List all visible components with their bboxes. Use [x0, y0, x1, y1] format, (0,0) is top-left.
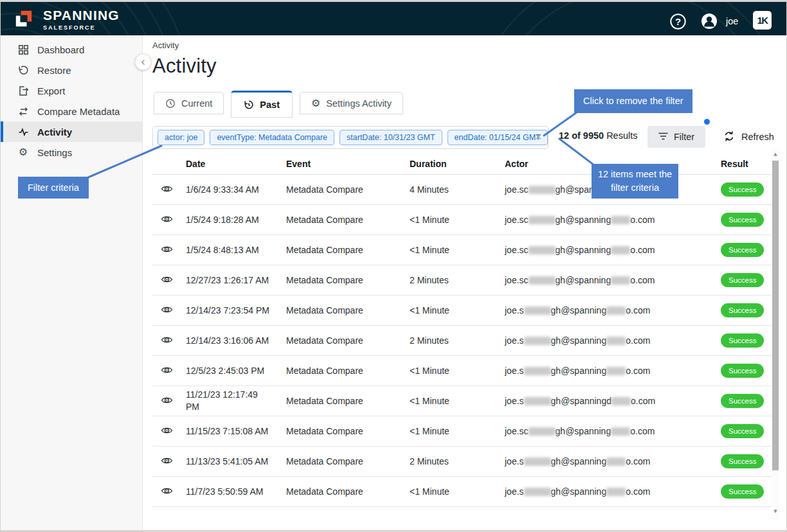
- sidebar-item-export[interactable]: Export: [1, 80, 142, 101]
- status-badge: Success: [721, 424, 764, 438]
- cell-duration: 2 Minutes: [404, 335, 500, 346]
- tab-current[interactable]: Current: [154, 92, 224, 114]
- filter-chip[interactable]: eventType: Metadata Compare: [210, 130, 334, 145]
- cell-view: [152, 305, 181, 316]
- view-details-eye-icon[interactable]: [161, 245, 173, 254]
- cell-event: Metadata Compare: [281, 245, 404, 255]
- tab-label: Past: [260, 100, 280, 110]
- activity-table: Date Event Duration Actor Result 1/6/24 …: [152, 153, 772, 507]
- filter-chip[interactable]: actor: joe: [158, 130, 204, 145]
- table-row: 1/5/24 8:48:13 AMMetadata Compare<1 Minu…: [152, 235, 772, 265]
- results-count: 12 of 9950Results: [559, 130, 638, 141]
- cell-view: [152, 245, 181, 256]
- export-icon: [17, 85, 29, 96]
- help-icon[interactable]: ?: [669, 13, 687, 33]
- cell-view: [152, 184, 181, 195]
- restore-icon: [17, 65, 29, 76]
- user-avatar-icon[interactable]: [700, 12, 718, 33]
- cell-view: [152, 366, 181, 377]
- view-details-eye-icon[interactable]: [161, 275, 173, 284]
- sidebar-item-label: Export: [37, 85, 65, 96]
- cell-date: 11/15/23 7:15:08 AM: [181, 425, 281, 438]
- refresh-button[interactable]: Refresh: [723, 128, 774, 146]
- cell-result: Success: [716, 243, 772, 257]
- tab-settings-activity[interactable]: ⚙ Settings Activity: [300, 92, 403, 114]
- table-scrollbar[interactable]: ▲ ▼: [772, 149, 779, 520]
- redacted-text: [606, 488, 626, 496]
- cell-result: Success: [716, 364, 772, 378]
- sidebar-collapse-button[interactable]: [135, 54, 151, 70]
- username-label: joe: [726, 16, 738, 26]
- sidebar-item-compare-metadata[interactable]: Compare Metadata: [1, 101, 142, 121]
- scrollbar-thumb[interactable]: [772, 161, 779, 470]
- cell-event: Metadata Compare: [281, 184, 404, 195]
- cell-event: Metadata Compare: [281, 426, 404, 436]
- view-details-eye-icon[interactable]: [161, 396, 173, 405]
- filter-button-label: Filter: [674, 132, 694, 142]
- sidebar-item-activity[interactable]: Activity: [1, 121, 142, 142]
- history-icon: [244, 100, 254, 110]
- redacted-text: [529, 276, 556, 285]
- column-header-result: Result: [716, 159, 772, 169]
- view-details-eye-icon[interactable]: [161, 215, 173, 224]
- sidebar-item-dashboard[interactable]: Dashboard: [1, 39, 142, 60]
- status-badge: Success: [721, 243, 764, 257]
- sidebar-item-restore[interactable]: Restore: [1, 60, 142, 80]
- sidebar-item-settings[interactable]: ⚙Settings: [1, 142, 142, 163]
- redacted-text: [529, 186, 556, 194]
- filter-chips: actor: joeeventType: Metadata Comparesta…: [158, 130, 548, 145]
- cell-duration: <1 Minute: [404, 486, 500, 497]
- cell-event: Metadata Compare: [281, 366, 404, 376]
- refresh-icon: [723, 130, 735, 144]
- cell-duration: <1 Minute: [404, 245, 500, 255]
- brand-name: SPANNING: [43, 8, 120, 23]
- view-details-eye-icon[interactable]: [161, 335, 173, 344]
- sidebar-nav: DashboardRestoreExportCompare MetadataAc…: [1, 39, 142, 163]
- status-badge: Success: [721, 394, 764, 408]
- filter-button[interactable]: Filter: [647, 126, 705, 148]
- view-details-eye-icon[interactable]: [161, 486, 173, 495]
- activity-icon: [17, 127, 29, 137]
- column-header-event: Event: [281, 159, 404, 169]
- view-details-eye-icon[interactable]: [161, 184, 173, 193]
- cell-result: Success: [716, 484, 772, 499]
- view-details-eye-icon[interactable]: [161, 366, 173, 375]
- table-row: 12/14/23 3:16:06 AMMetadata Compare2 Min…: [152, 326, 772, 356]
- table-row: 11/21/23 12:17:49 PMMetadata Compare<1 M…: [152, 386, 772, 416]
- table-header-row: Date Event Duration Actor Result: [152, 153, 772, 175]
- clear-filters-icon[interactable]: ✕: [534, 132, 542, 141]
- view-details-eye-icon[interactable]: [161, 456, 173, 465]
- breadcrumb: Activity: [152, 40, 179, 50]
- redacted-text: [529, 216, 556, 224]
- scrollbar-down-arrow-icon[interactable]: ▼: [772, 509, 779, 514]
- redacted-text: [524, 457, 551, 466]
- app-header: SPANNING SALESFORCE ? joe 1K: [1, 2, 786, 35]
- cell-duration: 2 Minutes: [404, 456, 500, 466]
- cell-result: Success: [716, 182, 772, 197]
- filter-chip[interactable]: endDate: 01/15/24 GMT: [448, 130, 548, 145]
- tab-bar: Current Past ⚙ Settings Activity: [154, 92, 403, 118]
- cell-actor: joe.sgh@spanningo.com: [500, 366, 716, 376]
- svg-text:?: ?: [675, 16, 681, 27]
- filter-icon: [658, 132, 668, 142]
- cell-view: [152, 335, 181, 346]
- view-details-eye-icon[interactable]: [161, 426, 173, 435]
- sidebar-item-label: Restore: [37, 65, 71, 76]
- cell-result: Success: [716, 273, 772, 287]
- column-header-duration: Duration: [404, 159, 500, 169]
- callout-filter-criteria: Filter criteria: [18, 177, 89, 199]
- redacted-text: [611, 216, 630, 224]
- sidebar: DashboardRestoreExportCompare MetadataAc…: [1, 35, 143, 530]
- filter-chip-bar: actor: joeeventType: Metadata Comparesta…: [152, 126, 548, 149]
- filter-chip[interactable]: startDate: 10/31/23 GMT: [339, 130, 442, 145]
- redacted-text: [611, 397, 631, 405]
- view-details-eye-icon[interactable]: [161, 305, 173, 314]
- cell-duration: 4 Minutes: [404, 184, 500, 195]
- redacted-text: [524, 488, 551, 496]
- table-row: 11/15/23 7:15:08 AMMetadata Compare<1 Mi…: [152, 416, 772, 447]
- cell-result: Success: [716, 454, 772, 468]
- sidebar-item-label: Dashboard: [37, 44, 84, 55]
- redacted-text: [606, 337, 626, 345]
- scrollbar-up-arrow-icon[interactable]: ▲: [772, 152, 779, 157]
- tab-past[interactable]: Past: [231, 91, 293, 118]
